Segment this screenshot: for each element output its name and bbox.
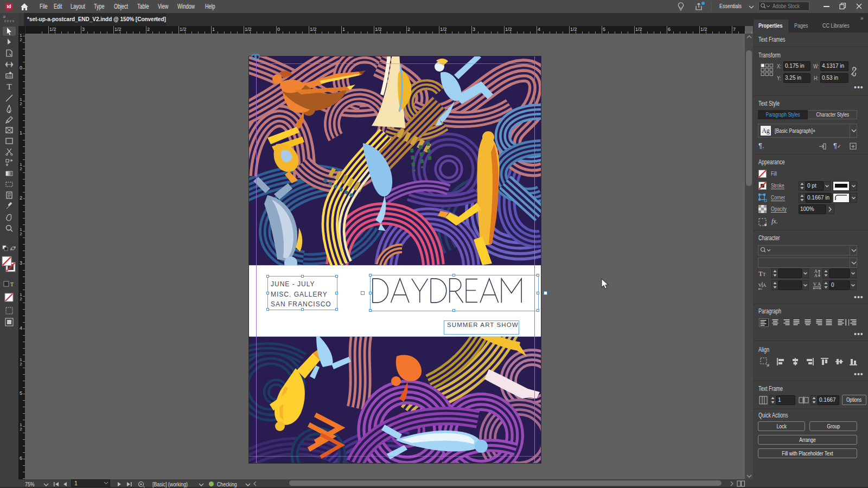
svg-text:V: V bbox=[813, 281, 817, 287]
svg-text:A: A bbox=[818, 281, 821, 287]
svg-text:V: V bbox=[758, 282, 762, 288]
svg-text:A: A bbox=[814, 273, 818, 278]
svg-text:T: T bbox=[7, 82, 11, 91]
svg-text:T: T bbox=[10, 281, 14, 287]
svg-text:A: A bbox=[763, 282, 767, 288]
